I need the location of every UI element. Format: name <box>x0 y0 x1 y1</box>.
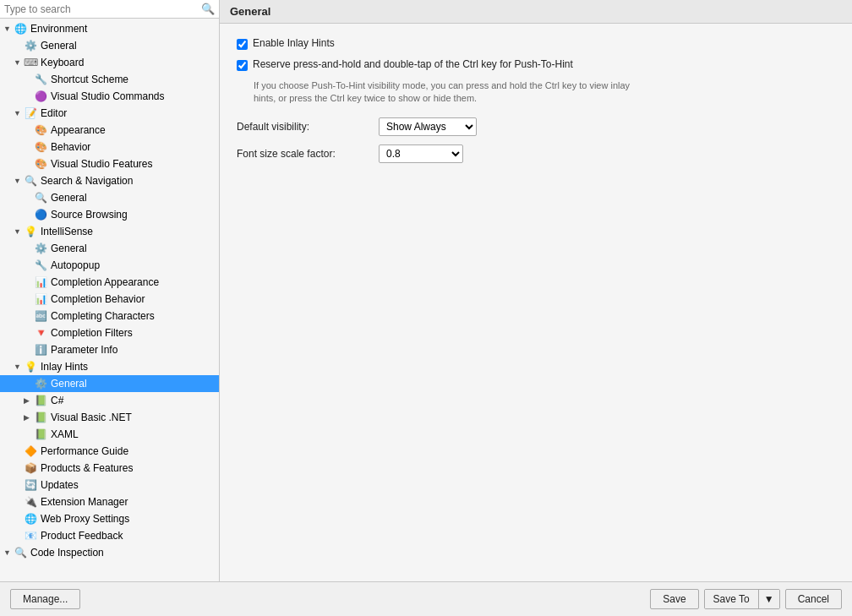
tree-icon-products: 📦 <box>24 461 37 475</box>
tree-item-xaml[interactable]: 📗XAML <box>0 426 219 443</box>
tree-arrow-vb-expand: ▶ <box>24 413 34 422</box>
tree-item-code-inspection[interactable]: ▼🔍Code Inspection <box>0 544 219 561</box>
bottom-bar: Manage... Save Save To ▼ Cancel <box>0 581 852 616</box>
tree-item-general-search[interactable]: 🔍General <box>0 189 219 206</box>
search-input[interactable] <box>4 3 201 15</box>
tree-item-updates[interactable]: 🔄Updates <box>0 477 219 493</box>
tree-icon-ext-manager: 🔌 <box>24 495 37 509</box>
tree-item-ext-manager[interactable]: 🔌Extension Manager <box>0 493 219 510</box>
tree-icon-vs-commands: 🟣 <box>34 90 47 103</box>
tree-icon-product-feedback: 📧 <box>24 529 37 542</box>
tree-label-general-intellisense: General <box>51 243 87 254</box>
tree-item-completion-appearance[interactable]: 📊Completion Appearance <box>0 274 219 291</box>
tree-item-vs-commands[interactable]: 🟣Visual Studio Commands <box>0 88 219 105</box>
tree-icon-completion-behavior: 📊 <box>34 292 47 306</box>
tree-label-vb-expand: Visual Basic .NET <box>51 412 132 423</box>
tree-icon-xaml: 📗 <box>34 428 47 441</box>
tree-label-product-feedback: Product Feedback <box>41 530 123 542</box>
tree-item-inlay-hints[interactable]: ▼💡Inlay Hints <box>0 358 219 375</box>
tree-item-search-nav[interactable]: ▼🔍Search & Navigation <box>0 172 219 189</box>
tree-label-inlay-hints: Inlay Hints <box>41 361 88 373</box>
tree-arrow-environment: ▼ <box>3 25 14 33</box>
tree-item-general-intellisense[interactable]: ⚙️General <box>0 240 219 257</box>
tree-label-completion-appearance: Completion Appearance <box>51 276 159 288</box>
tree-icon-code-inspection: 🔍 <box>14 546 27 559</box>
tree-item-general-inlay[interactable]: ⚙️General <box>0 375 219 392</box>
tree-label-shortcut-scheme: Shortcut Scheme <box>51 74 128 85</box>
tree-label-parameter-info: Parameter Info <box>51 344 117 356</box>
tree-icon-environment: 🌐 <box>14 22 27 35</box>
tree-icon-general-env: ⚙️ <box>24 39 37 52</box>
tree-label-general-env: General <box>41 40 77 52</box>
tree-label-completion-filters: Completion Filters <box>51 327 133 339</box>
tree-label-environment: Environment <box>30 23 87 35</box>
tree-label-keyboard: Keyboard <box>41 57 84 68</box>
tree-label-intellisense: IntelliSense <box>41 226 93 237</box>
manage-button[interactable]: Manage... <box>10 589 80 609</box>
tree-item-vb-expand[interactable]: ▶📗Visual Basic .NET <box>0 409 219 426</box>
tree-icon-autopopup: 🔧 <box>34 259 47 272</box>
tree-item-vs-features[interactable]: 🎨Visual Studio Features <box>0 155 219 172</box>
tree-label-search-nav: Search & Navigation <box>41 175 133 187</box>
tree-icon-completion-filters: 🔻 <box>34 326 47 340</box>
tree-icon-intellisense: 💡 <box>24 225 37 238</box>
reserve-ctrl-checkbox[interactable] <box>237 60 248 71</box>
tree-icon-vs-features: 🎨 <box>34 157 47 171</box>
cancel-button[interactable]: Cancel <box>785 589 842 609</box>
tree-item-product-feedback[interactable]: 📧Product Feedback <box>0 527 219 544</box>
tree-item-behavior[interactable]: 🎨Behavior <box>0 139 219 155</box>
default-visibility-select[interactable]: Show Always Push-To-Hint Never <box>379 117 477 136</box>
tree-item-editor[interactable]: ▼📝Editor <box>0 105 219 122</box>
tree-item-completion-behavior[interactable]: 📊Completion Behavior <box>0 291 219 308</box>
tree-icon-behavior: 🎨 <box>34 140 47 154</box>
tree-label-autopopup: Autopopup <box>51 259 100 271</box>
dialog-body: 🔍 ▼🌐Environment⚙️General▼⌨Keyboard🔧Short… <box>0 0 852 581</box>
tree-item-web-proxy[interactable]: 🌐Web Proxy Settings <box>0 510 219 527</box>
tree-icon-web-proxy: 🌐 <box>24 512 37 526</box>
tree-item-perf-guide[interactable]: 🔶Performance Guide <box>0 443 219 460</box>
tree-icon-general-inlay: ⚙️ <box>34 377 47 390</box>
tree-item-general-env[interactable]: ⚙️General <box>0 37 219 54</box>
tree-icon-inlay-hints: 💡 <box>24 360 37 373</box>
tree-label-xaml: XAML <box>51 428 79 440</box>
tree-item-autopopup[interactable]: 🔧Autopopup <box>0 257 219 274</box>
enable-inlay-hints-row: Enable Inlay Hints <box>237 37 835 50</box>
tree-label-csharp-expand: C# <box>51 395 63 406</box>
tree-item-shortcut-scheme[interactable]: 🔧Shortcut Scheme <box>0 71 219 88</box>
right-panel: General Enable Inlay Hints Reserve press… <box>220 0 852 581</box>
search-box[interactable]: 🔍 <box>0 0 219 19</box>
tree-item-environment[interactable]: ▼🌐Environment <box>0 20 219 37</box>
tree-icon-general-intellisense: ⚙️ <box>34 242 47 255</box>
save-to-group: Save To ▼ <box>704 589 780 609</box>
tree-item-completing-characters[interactable]: 🔤Completing Characters <box>0 308 219 324</box>
tree-icon-editor: 📝 <box>24 106 37 120</box>
tree-item-parameter-info[interactable]: ℹ️Parameter Info <box>0 341 219 358</box>
save-button[interactable]: Save <box>650 589 698 609</box>
tree-label-web-proxy: Web Proxy Settings <box>41 513 129 525</box>
tree-item-completion-filters[interactable]: 🔻Completion Filters <box>0 324 219 341</box>
tree-icon-search-nav: 🔍 <box>24 174 37 188</box>
enable-inlay-hints-checkbox[interactable] <box>237 39 248 50</box>
font-size-select[interactable]: 0.6 0.7 0.8 0.9 1.0 <box>379 144 463 163</box>
tree-label-vs-commands: Visual Studio Commands <box>51 90 165 102</box>
reserve-ctrl-label: Reserve press-and-hold and double-tap of… <box>253 58 573 70</box>
settings-dialog: 🔍 ▼🌐Environment⚙️General▼⌨Keyboard🔧Short… <box>0 0 852 616</box>
tree-label-updates: Updates <box>41 479 79 491</box>
tree-arrow-intellisense: ▼ <box>14 227 24 236</box>
settings-tree[interactable]: ▼🌐Environment⚙️General▼⌨Keyboard🔧Shortcu… <box>0 19 219 581</box>
tree-label-code-inspection: Code Inspection <box>30 547 104 559</box>
save-to-dropdown-button[interactable]: ▼ <box>758 590 779 608</box>
tree-item-csharp-expand[interactable]: ▶📗C# <box>0 392 219 409</box>
enable-inlay-hints-label: Enable Inlay Hints <box>253 37 335 49</box>
tree-item-source-browsing[interactable]: 🔵Source Browsing <box>0 206 219 223</box>
tree-icon-keyboard: ⌨ <box>24 56 37 69</box>
tree-item-keyboard[interactable]: ▼⌨Keyboard <box>0 54 219 71</box>
tree-item-appearance[interactable]: 🎨Appearance <box>0 122 219 139</box>
save-to-button[interactable]: Save To <box>705 590 758 608</box>
tree-icon-updates: 🔄 <box>24 478 37 492</box>
tree-arrow-inlay-hints: ▼ <box>14 363 24 371</box>
tree-arrow-code-inspection: ▼ <box>3 548 14 557</box>
tree-item-intellisense[interactable]: ▼💡IntelliSense <box>0 223 219 240</box>
tree-label-editor: Editor <box>41 107 67 119</box>
tree-item-products[interactable]: 📦Products & Features <box>0 460 219 477</box>
